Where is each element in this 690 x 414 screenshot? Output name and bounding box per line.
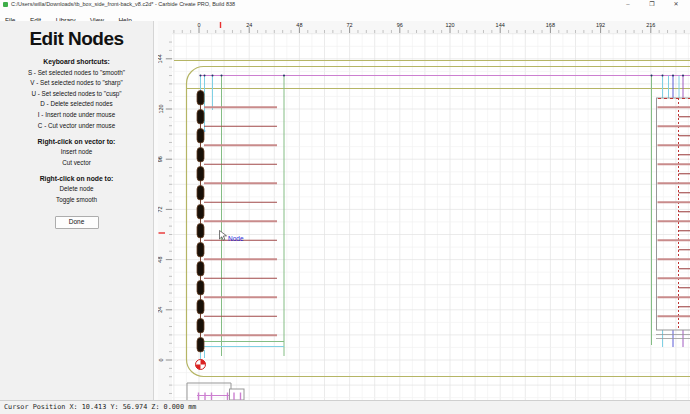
v-ruler-label: 144	[158, 54, 164, 63]
v-ruler-label: 120	[158, 104, 164, 113]
v-ruler-label: 72	[158, 206, 164, 212]
restore-button[interactable]: ❐	[640, 0, 664, 9]
shortcut-cusp: U - Set selected nodes to "cusp"	[0, 90, 153, 97]
v-ruler-label: 0	[158, 358, 164, 361]
status-bar: Cursor Position X: 10.413 Y: 56.974 Z: 0…	[0, 400, 690, 414]
panel-title: Edit Nodes	[0, 28, 153, 50]
node-tooltip: Node	[228, 235, 244, 242]
horizontal-ruler-scale: 024487296120144168192216	[158, 21, 690, 33]
main-area: Edit Nodes Keyboard shortcuts: S - Set s…	[0, 21, 690, 400]
node-delete-node: Delete node	[0, 185, 153, 192]
app-window: C:/Users/willa/Downloads/tb_box_side_fro…	[0, 0, 690, 414]
node-handle[interactable]	[197, 319, 204, 334]
h-ruler-label: 24	[246, 22, 252, 28]
v-ruler-label: 96	[158, 156, 164, 162]
vertical-ruler-scale: 144120967248240	[158, 33, 172, 400]
mouse-cursor-icon	[220, 231, 227, 241]
shortcut-smooth: S - Set selected nodes to "smooth"	[0, 69, 153, 76]
node-handle[interactable]	[197, 91, 204, 106]
close-button[interactable]: ✕	[664, 0, 688, 9]
h-ruler-label: 72	[347, 22, 353, 28]
design-vectors[interactable]	[174, 61, 690, 401]
origin-marker[interactable]	[196, 360, 206, 370]
cursor-position-text: Cursor Position X: 10.413 Y: 56.974 Z: 0…	[0, 401, 690, 414]
node-handle[interactable]	[197, 338, 204, 353]
node-handle[interactable]	[197, 281, 204, 296]
node-handle[interactable]	[197, 205, 204, 220]
vector-endpoint-dots	[200, 75, 685, 133]
h-ruler-label: 216	[646, 22, 655, 28]
shortcut-delete: D - Delete selected nodes	[0, 100, 153, 107]
node-handle[interactable]	[197, 110, 204, 125]
vector-cut-vector: Cut vector	[0, 159, 153, 166]
v-ruler-label: 48	[158, 257, 164, 263]
canvas-region: 024487296120144168192216 144120967248240…	[158, 21, 690, 400]
node-handle[interactable]	[197, 129, 204, 144]
h-ruler-label: 96	[397, 22, 403, 28]
node-handle[interactable]	[197, 262, 204, 277]
node-handle[interactable]	[197, 186, 204, 201]
vector-insert-node: Insert node	[0, 148, 153, 155]
h-ruler-label: 48	[296, 22, 302, 28]
h-ruler-label: 0	[197, 22, 200, 28]
keyboard-shortcuts-heading: Keyboard shortcuts:	[0, 58, 153, 65]
h-ruler-label: 168	[546, 22, 555, 28]
drawing-svg[interactable]: Node	[172, 33, 690, 400]
horizontal-ruler: 024487296120144168192216	[158, 21, 690, 33]
node-handle[interactable]	[197, 167, 204, 182]
node-handle[interactable]	[197, 243, 204, 258]
h-ruler-label: 192	[596, 22, 605, 28]
window-controls: – ❐ ✕	[616, 0, 688, 9]
v-ruler-label: 24	[158, 307, 164, 313]
shortcut-cut: C - Cut vector under mouse	[0, 122, 153, 129]
window-title: C:/Users/willa/Downloads/tb_box_side_fro…	[11, 1, 235, 7]
shortcut-sharp: V - Set selected nodes to "sharp"	[0, 79, 153, 86]
done-button[interactable]: Done	[55, 216, 99, 229]
h-ruler-label: 144	[496, 22, 505, 28]
h-ruler-label: 120	[445, 22, 454, 28]
design-canvas[interactable]: Node	[172, 33, 690, 400]
edit-nodes-panel: Edit Nodes Keyboard shortcuts: S - Set s…	[0, 21, 153, 400]
node-handle[interactable]	[197, 224, 204, 239]
shortcut-insert: I - Insert node under mouse	[0, 111, 153, 118]
node-rightclick-heading: Right-click on node to:	[0, 175, 153, 182]
node-handle[interactable]	[197, 148, 204, 163]
node-toggle-smooth: Toggle smooth	[0, 196, 153, 203]
vertical-ruler: 144120967248240	[158, 33, 172, 400]
minimize-button[interactable]: –	[616, 0, 640, 9]
app-icon	[3, 2, 8, 7]
vector-rightclick-heading: Right-click on vector to:	[0, 138, 153, 145]
node-handle[interactable]	[197, 300, 204, 315]
